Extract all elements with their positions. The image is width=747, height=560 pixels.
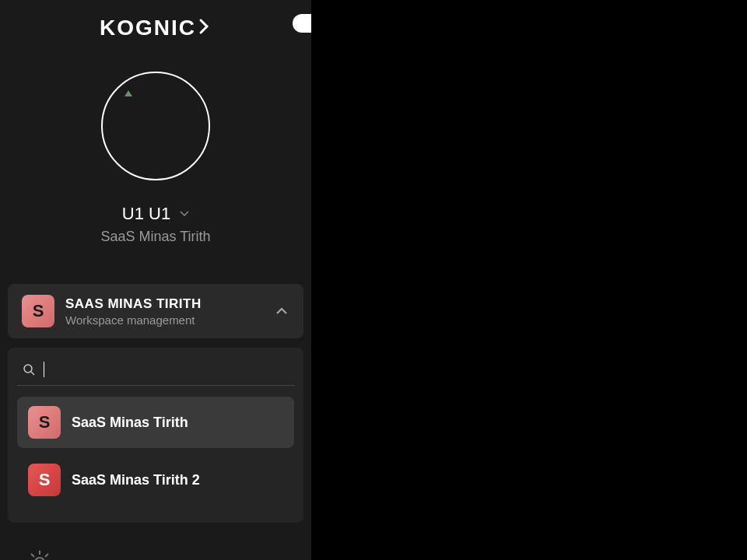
logo-chevron-icon bbox=[198, 16, 212, 40]
avatar-marker-icon bbox=[124, 90, 132, 96]
workspace-selector[interactable]: S SAAS MINAS TIRITH Workspace management bbox=[8, 284, 303, 338]
svg-line-1 bbox=[31, 372, 34, 375]
workspace-option-label: SaaS Minas Tirith 2 bbox=[72, 472, 200, 488]
brand-name: KOGNIC bbox=[100, 16, 212, 40]
workspace-dropdown-panel: S SaaS Minas Tirith S SaaS Minas Tirith … bbox=[8, 348, 303, 523]
chevron-up-icon bbox=[274, 303, 289, 319]
sidebar: KOGNIC U1 U1 SaaS Minas Tirith S SAAS MI… bbox=[0, 0, 311, 560]
svg-line-7 bbox=[31, 554, 34, 557]
profile-section: U1 U1 SaaS Minas Tirith bbox=[0, 48, 311, 284]
search-input[interactable] bbox=[52, 362, 289, 376]
workspace-option[interactable]: S SaaS Minas Tirith 2 bbox=[17, 454, 294, 506]
workspace-option[interactable]: S SaaS Minas Tirith bbox=[17, 397, 294, 448]
avatar[interactable] bbox=[101, 72, 210, 180]
chevron-down-icon bbox=[180, 209, 189, 219]
header-circle-icon[interactable] bbox=[293, 14, 311, 33]
brand-logo[interactable]: KOGNIC bbox=[0, 0, 311, 48]
svg-point-0 bbox=[24, 365, 32, 373]
text-cursor bbox=[44, 362, 44, 377]
search-row[interactable] bbox=[17, 359, 294, 386]
workspace-badge: S bbox=[22, 295, 54, 327]
workspace-option-label: SaaS Minas Tirith bbox=[72, 415, 188, 431]
workspace-text: SAAS MINAS TIRITH Workspace management bbox=[65, 296, 263, 327]
user-name-label: U1 U1 bbox=[122, 204, 170, 224]
user-name-dropdown[interactable]: U1 U1 bbox=[122, 204, 189, 224]
workspace-title: SAAS MINAS TIRITH bbox=[65, 296, 263, 312]
workspace-option-badge: S bbox=[28, 464, 61, 496]
org-name-label: SaaS Minas Tirith bbox=[100, 229, 210, 245]
search-icon bbox=[22, 362, 36, 376]
gear-icon[interactable] bbox=[28, 551, 51, 560]
workspace-subtitle: Workspace management bbox=[65, 313, 263, 327]
svg-line-10 bbox=[45, 554, 48, 557]
workspace-option-badge: S bbox=[28, 406, 61, 439]
